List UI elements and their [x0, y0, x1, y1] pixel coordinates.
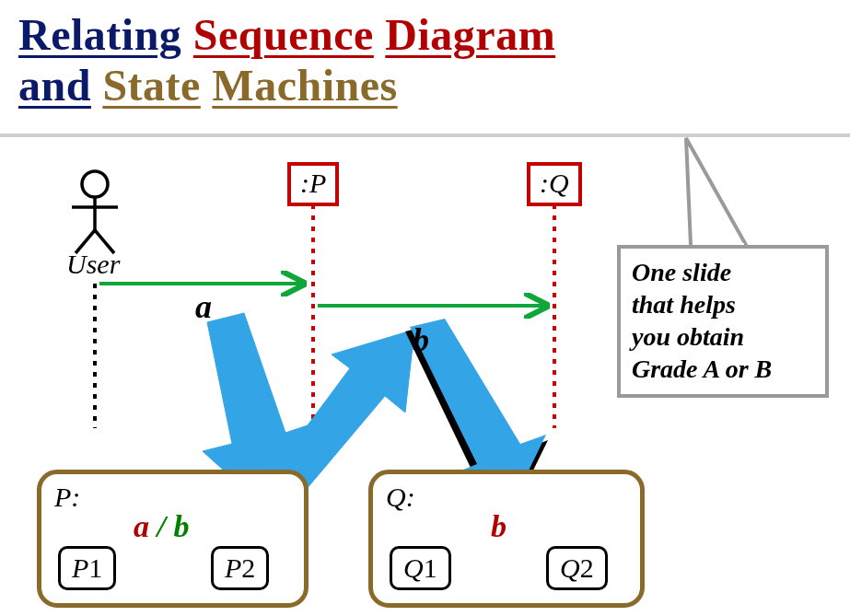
svg-marker-0	[686, 138, 746, 245]
lifeline-p-label: :P	[300, 168, 326, 198]
lifeline-head-p: :P	[287, 162, 339, 206]
state-p1-letter: P	[72, 552, 88, 583]
callout-line2: that helps	[632, 288, 816, 320]
lifeline-q-label: :Q	[540, 168, 569, 198]
message-a-label: a	[195, 287, 212, 326]
state-p1-num: 1	[88, 552, 102, 583]
state-q1-num: 1	[424, 552, 437, 583]
state-q1-letter: Q	[403, 552, 424, 583]
state-q2-letter: Q	[560, 552, 580, 583]
lifeline-head-q: :Q	[527, 162, 582, 206]
sm-q-transition-label: b	[491, 509, 507, 544]
state-q2: Q2	[546, 546, 608, 590]
message-b-label: b	[413, 320, 429, 359]
svg-point-2	[82, 171, 108, 197]
sm-p-trans-a: a	[134, 509, 149, 543]
slide-title: Relating Sequence Diagram and State Mach…	[18, 9, 555, 110]
state-machine-q: Q: b Q1 Q2	[368, 470, 645, 608]
sm-p-transition-label: a / b	[134, 509, 189, 544]
title-word-state: State	[102, 61, 200, 110]
actor-label: User	[66, 249, 120, 280]
sm-p-trans-sep: /	[157, 509, 166, 543]
state-q1: Q1	[390, 546, 451, 590]
actor-icon	[72, 171, 118, 253]
title-word-and: and	[18, 61, 91, 110]
callout-line4: Grade A or B	[632, 353, 816, 385]
sm-p-title: P:	[54, 482, 80, 513]
sm-q-trans-b: b	[491, 509, 507, 543]
title-word-machines: Machines	[212, 61, 397, 110]
title-divider	[0, 134, 850, 137]
callout-box: One slide that helps you obtain Grade A …	[617, 245, 829, 398]
sm-q-title: Q:	[386, 482, 415, 513]
title-word-sequence: Sequence	[193, 10, 374, 59]
state-p2: P2	[211, 546, 269, 590]
title-word-diagram: Diagram	[385, 10, 555, 59]
slide: Relating Sequence Diagram and State Mach…	[0, 0, 850, 616]
callout-tail	[686, 138, 746, 249]
state-q2-num: 2	[580, 552, 594, 583]
callout-line3: you obtain	[632, 320, 816, 353]
callout-line1: One slide	[632, 256, 816, 288]
state-p1: P1	[58, 546, 116, 590]
state-p2-letter: P	[225, 552, 241, 583]
sm-p-trans-b: b	[173, 509, 189, 543]
state-machine-p: P: a / b P1 P2	[37, 470, 309, 608]
state-p2-num: 2	[241, 552, 255, 583]
title-word-relating: Relating	[18, 10, 181, 59]
